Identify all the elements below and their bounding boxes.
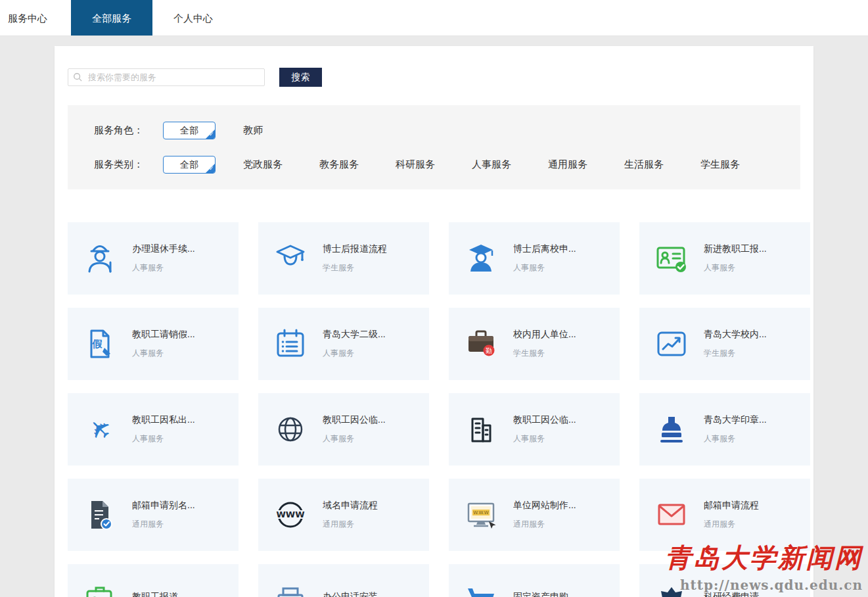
service-category: 通用服务 <box>704 519 805 530</box>
role-filter-label: 服务角色： <box>94 124 163 137</box>
category-option-student[interactable]: 学生服务 <box>700 158 740 171</box>
svg-text:WWW: WWW <box>276 510 304 519</box>
service-category: 学生服务 <box>513 348 614 359</box>
service-card[interactable]: 青岛大学校内... 学生服务 <box>639 308 810 380</box>
category-option-all[interactable]: 全部 <box>163 156 216 174</box>
service-title: 博士后报道流程 <box>323 243 424 255</box>
service-card[interactable]: ✈ 教职工因私出... 人事服务 <box>68 393 239 466</box>
service-category: 学生服务 <box>704 348 805 359</box>
service-title: 青岛大学二级... <box>323 329 424 341</box>
filter-panel: 服务角色： 全部 教师 服务类别： 全部 党政服务 教务服务 科研服务 人事服务… <box>68 105 800 189</box>
service-title: 办理退休手续... <box>132 243 233 255</box>
graduation-cap-icon <box>258 241 323 275</box>
service-card[interactable]: 新进教职工报... 人事服务 <box>639 222 810 295</box>
role-option-all-label: 全部 <box>180 125 198 135</box>
service-category: 人事服务 <box>704 262 805 274</box>
airplane-icon: ✈ <box>68 416 132 442</box>
www-globe-icon: WWW <box>258 498 323 532</box>
service-category: 人事服务 <box>132 348 233 359</box>
top-nav: 服务中心 全部服务 个人中心 <box>0 0 868 36</box>
service-card[interactable]: 办公电话安装... <box>258 564 429 597</box>
category-option-academic[interactable]: 教务服务 <box>319 158 359 171</box>
funds-icon <box>639 583 704 597</box>
main-content: 搜索 服务角色： 全部 教师 服务类别： 全部 党政服务 教务服务 科研服务 人… <box>55 46 813 597</box>
retiree-icon <box>68 241 132 275</box>
service-card[interactable]: 青岛大学印章... 人事服务 <box>639 393 810 466</box>
service-title: 单位网站制作... <box>513 500 614 512</box>
service-category: 通用服务 <box>513 519 614 530</box>
filter-row-category: 服务类别： 全部 党政服务 教务服务 科研服务 人事服务 通用服务 生活服务 学… <box>94 155 800 174</box>
schedule-icon <box>258 327 323 361</box>
category-option-all-label: 全部 <box>180 159 198 170</box>
service-title: 科研经费申请 <box>704 591 805 597</box>
service-title: 青岛大学校内... <box>704 329 805 341</box>
tab-service-center[interactable]: 服务中心 <box>0 0 71 36</box>
role-option-all[interactable]: 全部 <box>163 122 216 139</box>
stamp-icon <box>639 412 704 446</box>
check-icon <box>205 129 216 139</box>
envelope-icon <box>639 498 704 532</box>
service-card[interactable]: WWW 域名申请流程 通用服务 <box>258 479 429 551</box>
service-category: 人事服务 <box>132 433 233 444</box>
service-category: 人事服务 <box>323 348 424 359</box>
service-title: 固定资产申购... <box>513 591 614 597</box>
role-option-teacher[interactable]: 教师 <box>243 124 263 137</box>
chart-icon <box>639 327 704 361</box>
service-card[interactable]: 邮箱申请流程 通用服务 <box>639 479 810 551</box>
service-card[interactable]: 固定资产申购... <box>449 564 620 597</box>
service-category: 人事服务 <box>513 433 614 444</box>
service-title: 教职工因公临... <box>513 414 614 426</box>
document-check-icon <box>68 498 132 532</box>
tab-all-services[interactable]: 全部服务 <box>71 0 152 36</box>
service-title: 新进教职工报... <box>704 243 805 255</box>
service-title: 办公电话安装... <box>323 591 424 597</box>
svg-text:勤: 勤 <box>486 347 492 354</box>
service-card[interactable]: 办理退休手续... 人事服务 <box>68 222 239 295</box>
category-option-research[interactable]: 科研服务 <box>396 158 435 171</box>
service-title: 邮箱申请流程 <box>704 500 805 512</box>
check-icon <box>205 163 216 174</box>
service-title: 教职工报道 <box>132 591 233 597</box>
service-card[interactable]: 教职工因公临... 人事服务 <box>449 393 620 466</box>
search-row: 搜索 <box>68 68 800 87</box>
cart-icon <box>449 583 513 597</box>
category-filter-label: 服务类别： <box>94 158 163 171</box>
service-card[interactable]: 博士后离校申... 人事服务 <box>449 222 620 295</box>
service-card[interactable]: 邮箱申请别名... 通用服务 <box>68 479 239 551</box>
service-title: 教职工因私出... <box>132 414 233 426</box>
tab-personal-center[interactable]: 个人中心 <box>152 0 234 36</box>
service-card[interactable]: 勤 校内用人单位... 学生服务 <box>449 308 620 380</box>
category-option-life[interactable]: 生活服务 <box>624 158 664 171</box>
service-category: 通用服务 <box>323 519 424 530</box>
service-category: 通用服务 <box>132 519 233 530</box>
service-card[interactable]: 青岛大学二级... 人事服务 <box>258 308 429 380</box>
service-card[interactable]: 博士后报道流程 学生服务 <box>258 222 429 295</box>
graduate-icon <box>449 241 513 275</box>
category-option-hr[interactable]: 人事服务 <box>472 158 511 171</box>
search-input[interactable] <box>68 68 265 86</box>
search-button[interactable]: 搜索 <box>279 68 322 87</box>
service-card[interactable]: 假 教职工请销假... 人事服务 <box>68 308 239 380</box>
briefcase-badge-icon: 勤 <box>449 327 513 361</box>
search-icon <box>73 72 82 82</box>
service-title: 校内用人单位... <box>513 329 614 341</box>
building-icon <box>449 412 513 446</box>
service-card[interactable]: 教职工报道 <box>68 564 239 597</box>
service-card[interactable]: 科研经费申请 <box>639 564 810 597</box>
service-category: 人事服务 <box>323 433 424 444</box>
filter-row-role: 服务角色： 全部 教师 <box>94 121 800 139</box>
service-title: 教职工请销假... <box>132 329 233 341</box>
service-title: 青岛大学印章... <box>704 414 805 426</box>
id-card-check-icon <box>639 241 704 275</box>
service-card[interactable]: 教职工因公临... 人事服务 <box>258 393 429 466</box>
service-title: 博士后离校申... <box>513 243 614 255</box>
service-card[interactable]: W.W.W 单位网站制作... 通用服务 <box>449 479 620 551</box>
service-category: 人事服务 <box>513 262 614 274</box>
service-title: 域名申请流程 <box>323 500 424 512</box>
category-option-general[interactable]: 通用服务 <box>548 158 587 171</box>
service-grid: 办理退休手续... 人事服务 博士后报道流程 学生服务 <box>55 222 813 597</box>
category-option-party[interactable]: 党政服务 <box>243 158 283 171</box>
green-badge-icon <box>68 583 132 597</box>
service-category: 人事服务 <box>704 433 805 444</box>
svg-text:假: 假 <box>92 338 103 350</box>
